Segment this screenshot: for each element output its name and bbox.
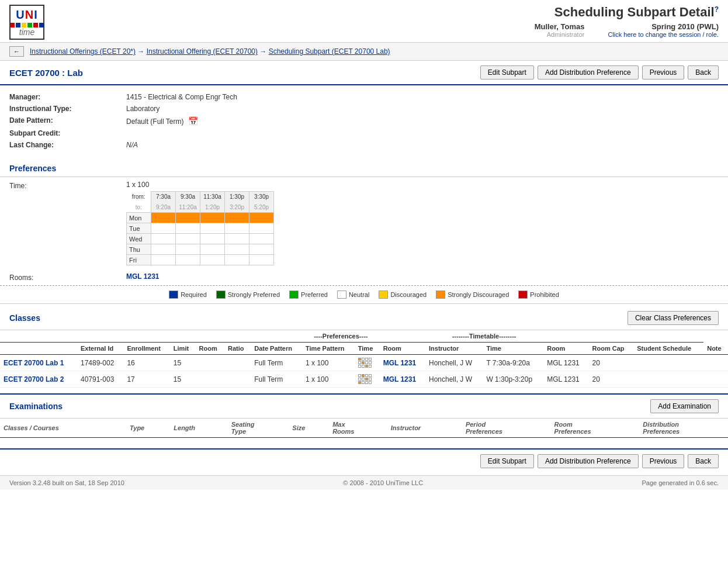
tue-cell-2[interactable] bbox=[176, 223, 200, 234]
wed-cell-2[interactable] bbox=[176, 234, 200, 244]
class-1-instructor: Honchell, J W bbox=[425, 355, 483, 371]
class-2-name-link[interactable]: ECET 20700 Lab 2 bbox=[4, 375, 64, 383]
tue-cell-4[interactable] bbox=[225, 223, 249, 234]
thu-cell-2[interactable] bbox=[176, 244, 200, 255]
tue-cell-3[interactable] bbox=[200, 223, 225, 234]
legend-label-neutral: Neutral bbox=[349, 291, 369, 298]
add-distribution-preference-button-bottom[interactable]: Add Distribution Preference bbox=[538, 454, 639, 468]
wed-cell-1[interactable] bbox=[151, 234, 176, 244]
breadcrumb-link-3[interactable]: Scheduling Subpart (ECET 20700 Lab) bbox=[269, 47, 390, 56]
fri-cell-2[interactable] bbox=[176, 255, 200, 265]
class-2-tt-time: W 1:30p-3:20p bbox=[483, 371, 543, 388]
back-button-bottom[interactable]: Back bbox=[688, 454, 719, 468]
legend-label-strongly-disc: Strongly Discouraged bbox=[448, 291, 509, 298]
thursday-row: Thu bbox=[127, 244, 274, 255]
mon-cell-1[interactable] bbox=[151, 213, 176, 223]
rooms-pref-label: Rooms: bbox=[9, 272, 126, 282]
tue-cell-5[interactable] bbox=[249, 223, 274, 234]
top-action-bar: ECET 20700 : Lab Edit Subpart Add Distri… bbox=[0, 61, 728, 85]
class-2-time-grid-icon[interactable] bbox=[358, 374, 372, 384]
class-1-name-link[interactable]: ECET 20700 Lab 1 bbox=[4, 359, 64, 367]
time-col-4: 1:30p bbox=[225, 192, 249, 202]
examinations-header-bar: Examinations Add Examination bbox=[0, 393, 728, 419]
class-1-room-cap: 20 bbox=[589, 355, 634, 371]
exam-col-classes: Classes / Courses bbox=[0, 419, 126, 438]
rooms-pref-row: Rooms: MGL 1231 bbox=[0, 269, 728, 285]
logo-block-blue2 bbox=[39, 23, 44, 27]
mon-cell-5[interactable] bbox=[249, 213, 274, 223]
legend-box-discouraged bbox=[379, 291, 388, 299]
page-title-sup[interactable]: ? bbox=[715, 5, 719, 13]
mon-cell-3[interactable] bbox=[200, 213, 225, 223]
tue-cell-1[interactable] bbox=[151, 223, 176, 234]
col-instructor: Instructor bbox=[425, 343, 483, 355]
class-1-room-link[interactable]: MGL 1231 bbox=[383, 359, 416, 367]
detail-section: Manager: 1415 - Electrical & Comp Engr T… bbox=[0, 85, 728, 157]
back-button-top[interactable]: Back bbox=[688, 65, 719, 79]
wed-cell-5[interactable] bbox=[249, 234, 274, 244]
session-link[interactable]: Click here to change the session / role. bbox=[608, 31, 719, 38]
class-1-time-grid-icon[interactable] bbox=[358, 358, 372, 368]
exam-header-row: Classes / Courses Type Length SeatingTyp… bbox=[0, 419, 728, 438]
thu-cell-3[interactable] bbox=[200, 244, 225, 255]
add-distribution-preference-button-top[interactable]: Add Distribution Preference bbox=[538, 65, 639, 79]
calendar-icon[interactable]: 📅 bbox=[188, 116, 198, 126]
breadcrumb-sep-1: → bbox=[137, 47, 146, 56]
back-small-button[interactable]: ← bbox=[9, 46, 24, 57]
add-examination-button[interactable]: Add Examination bbox=[650, 399, 719, 413]
class-1-tt-time: T 7:30a-9:20a bbox=[483, 355, 543, 371]
legend-required: Required bbox=[169, 291, 207, 299]
clear-class-preferences-button[interactable]: Clear Class Preferences bbox=[628, 311, 719, 325]
to-label: to: bbox=[127, 202, 151, 213]
class-2-limit: 15 bbox=[170, 371, 196, 388]
legend-label-strongly-pref: Strongly Preferred bbox=[228, 291, 280, 298]
mon-cell-2[interactable] bbox=[176, 213, 200, 223]
wed-cell-3[interactable] bbox=[200, 234, 225, 244]
class-2-tt-room: MGL 1231 bbox=[543, 371, 588, 388]
breadcrumb-link-2[interactable]: Instructional Offering (ECET 20700) bbox=[147, 47, 258, 56]
class-2-ratio bbox=[224, 371, 251, 388]
thu-cell-5[interactable] bbox=[249, 244, 274, 255]
footer: Version 3.2.48 built on Sat, 18 Sep 2010… bbox=[0, 475, 728, 490]
fri-cell-4[interactable] bbox=[225, 255, 249, 265]
time-size: 1 x 100 bbox=[126, 181, 719, 189]
class-2-time-pattern: 1 x 100 bbox=[302, 371, 355, 388]
logo-block-yellow bbox=[22, 23, 26, 27]
previous-button-bottom[interactable]: Previous bbox=[642, 454, 685, 468]
edit-subpart-button-top[interactable]: Edit Subpart bbox=[480, 65, 534, 79]
class-2-student-schedule bbox=[633, 371, 703, 388]
legend-box-strongly-disc bbox=[436, 291, 445, 299]
from-label: from: bbox=[127, 192, 151, 202]
exam-empty-cell bbox=[0, 438, 728, 444]
fri-cell-5[interactable] bbox=[249, 255, 274, 265]
col-enrollment: Enrollment bbox=[123, 343, 169, 355]
class-2-room-link[interactable]: MGL 1231 bbox=[383, 375, 416, 383]
legend-box-preferred bbox=[289, 291, 299, 299]
tuesday-label: Tue bbox=[127, 223, 151, 234]
thu-cell-4[interactable] bbox=[225, 244, 249, 255]
fri-cell-1[interactable] bbox=[151, 255, 176, 265]
class-1-pref-time bbox=[355, 355, 380, 371]
class-2-instructor: Honchell, J W bbox=[425, 371, 483, 388]
manager-value: 1415 - Electrical & Comp Engr Tech bbox=[126, 93, 237, 101]
examinations-title: Examinations bbox=[9, 402, 63, 411]
last-change-value: N/A bbox=[126, 141, 138, 149]
class-1-note bbox=[703, 355, 728, 371]
user-info: Muller, Tomas Administrator Spring 2010 … bbox=[535, 22, 719, 38]
breadcrumb-link-1[interactable]: Instructional Offerings (ECET 20*) bbox=[30, 47, 136, 56]
thu-cell-1[interactable] bbox=[151, 244, 176, 255]
basic-info-header bbox=[0, 330, 302, 343]
breadcrumb-bar: ← Instructional Offerings (ECET 20*) → I… bbox=[0, 43, 728, 61]
edit-subpart-button-bottom[interactable]: Edit Subpart bbox=[480, 454, 534, 468]
wed-cell-4[interactable] bbox=[225, 234, 249, 244]
date-pattern-text: Default (Full Term) bbox=[126, 117, 183, 126]
previous-button-top[interactable]: Previous bbox=[642, 65, 685, 79]
to-col-1: 9:20a bbox=[151, 202, 176, 213]
class-1-time-pattern: 1 x 100 bbox=[302, 355, 355, 371]
bottom-action-buttons: Edit Subpart Add Distribution Preference… bbox=[480, 454, 719, 468]
mon-cell-4[interactable] bbox=[225, 213, 249, 223]
rooms-link[interactable]: MGL 1231 bbox=[126, 272, 159, 281]
class-2-note bbox=[703, 371, 728, 388]
footer-generated: Page generated in 0.6 sec. bbox=[642, 479, 719, 486]
fri-cell-3[interactable] bbox=[200, 255, 225, 265]
